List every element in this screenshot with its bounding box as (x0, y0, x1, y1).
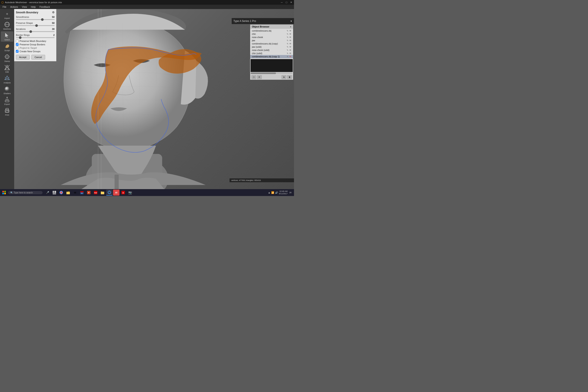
tool-meshmix[interactable]: Meshmix (1, 21, 13, 31)
create-groups-checkbox[interactable] (16, 50, 18, 53)
obj-item-0[interactable]: combinedvscans.obj ✎ 👁 (250, 29, 293, 32)
obj-clock-button[interactable]: ⟳ (257, 75, 262, 79)
obj-delete-button[interactable]: 🗑 (287, 75, 292, 79)
iterations-label: Iterations (16, 28, 26, 30)
obj-item-8[interactable]: combinedvscans.obj (copy 1) ✎ 👁 (250, 55, 293, 58)
close-button[interactable]: ✕ (290, 1, 293, 4)
search-icon: 🔍 (10, 192, 13, 194)
tool-edit[interactable]: Edit (1, 64, 13, 74)
tool-stamp[interactable]: Stamp (1, 53, 13, 63)
preserve-group-checkbox[interactable] (16, 43, 18, 46)
tool-print[interactable]: Print (1, 106, 13, 117)
project-target-checkbox[interactable] (16, 47, 18, 49)
iterations-slider-container (16, 31, 54, 32)
preserve-shape-thumb[interactable] (35, 24, 38, 27)
svg-rect-48 (101, 192, 104, 194)
cancel-button[interactable]: Cancel (32, 55, 45, 60)
stamp-icon (4, 54, 10, 60)
tool-shaders[interactable]: Shaders (1, 85, 13, 96)
preserve-mesh-checkbox[interactable] (16, 40, 18, 42)
obj-item-name-0: combinedvscans.obj (252, 30, 272, 32)
tray-time-value: 10:49 AM (279, 190, 288, 192)
tray-clock: 10:49 AM 6/11/2017 (279, 190, 288, 195)
object-browser-scrollbar[interactable] (250, 72, 293, 74)
obj-eye-icon-8: 👁 (289, 56, 292, 58)
maximize-button[interactable]: □ (285, 1, 288, 4)
tool-analysis[interactable]: Analysis (1, 74, 13, 85)
obj-eye-icon-6: 👁 (289, 49, 292, 51)
taskbar-taskview-button[interactable] (51, 190, 58, 196)
border-rings-slider-container (16, 37, 54, 38)
taskbar: 🔍 Type here to search 🎤 (0, 189, 294, 196)
obj-item-name-3: jaw (252, 39, 255, 42)
dropdown-arrow-icon: ▼ (290, 20, 292, 22)
obj-item-3[interactable]: jaw ✎ 👁 (250, 39, 293, 42)
taskbar-meshmixer-button[interactable] (106, 190, 112, 196)
viewport-divider (98, 9, 98, 189)
obj-item-7[interactable]: chin (solid) ✎ 👁 (250, 52, 293, 55)
obj-item-name-5: jaw (solid) (252, 46, 262, 48)
taskbar-folder-button[interactable] (99, 190, 106, 196)
taskbar-app-red-button[interactable]: M (120, 190, 126, 196)
preserve-mesh-label: Preserve Mesh Boundary (20, 40, 46, 42)
menu-feedback[interactable]: Feedback (38, 5, 52, 8)
svg-rect-28 (114, 175, 119, 189)
taskbar-pdf-button[interactable]: PDF (92, 190, 99, 196)
tool-sculpt[interactable]: Sculpt (1, 42, 13, 52)
taskbar-chrome-button[interactable] (58, 190, 64, 196)
svg-rect-18 (5, 100, 9, 102)
minimize-button[interactable]: ─ (280, 1, 283, 4)
menu-view[interactable]: View (20, 5, 29, 8)
smoothness-slider-container (16, 19, 54, 20)
obj-item-icons-7: ✎ 👁 (287, 52, 292, 54)
obj-eye-icon-0: 👁 (289, 30, 292, 32)
svg-point-17 (5, 86, 10, 91)
taskbar-explorer-button[interactable] (65, 190, 71, 196)
obj-edit-icon-0: ✎ (287, 30, 288, 32)
svg-point-25 (8, 110, 8, 111)
analysis-icon (4, 75, 10, 81)
obj-add-button[interactable]: ⬡ (252, 75, 256, 79)
taskbar-microphone-button[interactable]: 🎤 (44, 190, 51, 196)
obj-edit-icon-7: ✎ (287, 52, 288, 54)
dropdown-bar[interactable]: Type A Series 1 Pro ▼ (232, 18, 294, 24)
taskbar-photos-button[interactable]: 📷 (127, 190, 133, 196)
smoothness-thumb[interactable] (41, 18, 44, 21)
iterations-thumb[interactable] (30, 30, 32, 33)
statusbar: vertices: 477691 triangles: 955416 (230, 178, 294, 182)
taskbar-search[interactable]: 🔍 Type here to search (8, 191, 42, 194)
ai-label: Ai (115, 191, 118, 194)
preserve-shape-value: 50 (52, 22, 54, 24)
obj-item-name-4: combinedvscans.obj (copy) (252, 42, 278, 45)
border-rings-thumb[interactable] (19, 36, 22, 39)
obj-item-name-2: nose-cheek (252, 36, 263, 38)
start-button[interactable] (1, 189, 7, 196)
taskbar-mail-button[interactable]: ✉ (72, 190, 78, 196)
obj-item-2[interactable]: nose-cheek ✎ 👁 (250, 36, 293, 39)
obj-item-1[interactable]: chin ✎ 👁 (250, 32, 293, 36)
obj-item-icons-4: ✎ 👁 (287, 42, 292, 45)
accept-button[interactable]: Accept (16, 55, 30, 60)
taskbar-illustrator-button[interactable]: Ai (113, 190, 120, 196)
obj-item-4[interactable]: combinedvscans.obj (copy) ✎ 👁 (250, 42, 293, 45)
obj-eye-icon-1: 👁 (289, 33, 292, 35)
object-browser-close-icon[interactable]: ● (290, 25, 292, 28)
tool-export[interactable]: Export (1, 96, 13, 106)
taskbar-calendar-button[interactable]: 11 (79, 190, 85, 196)
obj-eye-icon-5: 👁 (289, 46, 292, 48)
obj-item-5[interactable]: jaw (solid) ✎ 👁 (250, 45, 293, 48)
meshmix-icon (4, 22, 10, 28)
menu-actions[interactable]: Actions (8, 5, 20, 8)
iterations-value: 30 (52, 28, 54, 30)
menu-file[interactable]: File (1, 5, 8, 8)
obj-item-6[interactable]: nose-cheek (solid) ✎ 👁 (250, 48, 293, 52)
menu-help[interactable]: Help (29, 5, 38, 8)
panel-settings-icon[interactable]: ⚙ (52, 11, 54, 14)
preserve-shape-track (16, 25, 54, 26)
tool-select[interactable]: Select (1, 32, 13, 42)
edit-icon (4, 64, 10, 70)
taskbar-ppt-button[interactable]: P (86, 190, 92, 196)
svg-text:PDF: PDF (94, 192, 97, 194)
obj-copy-button[interactable]: ⧉ (282, 75, 286, 79)
tool-import[interactable]: ＋ Import (1, 10, 13, 20)
